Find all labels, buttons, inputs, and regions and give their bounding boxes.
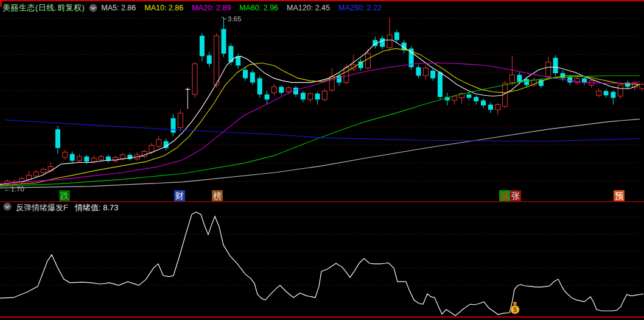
chevron-down-icon[interactable] bbox=[89, 4, 97, 12]
main-chart-plot[interactable] bbox=[0, 16, 644, 188]
ticker-item[interactable]: 预 bbox=[614, 190, 625, 201]
ma-label-ma120: MA120: 2.45 bbox=[287, 4, 330, 12]
ma-label-ma5: MA5: 2.86 bbox=[101, 4, 136, 12]
ma-line-ma60 bbox=[0, 76, 640, 186]
ma-label-ma20: MA20: 2.89 bbox=[192, 4, 231, 12]
low-price-label: ←1.70 bbox=[4, 186, 24, 193]
ticker-item[interactable]: 张 bbox=[510, 190, 521, 201]
money-bag-icon: $ bbox=[508, 301, 522, 315]
indicator-name: 反弹情绪爆发F bbox=[16, 202, 68, 213]
sentiment-line bbox=[0, 212, 643, 316]
bottom-border-line bbox=[0, 316, 644, 318]
peak-price-label: 3.65 bbox=[228, 16, 241, 23]
ma-label-ma10: MA10: 2.86 bbox=[144, 4, 183, 12]
top-border-line bbox=[0, 0, 644, 1]
svg-text:$: $ bbox=[513, 306, 517, 313]
ma-line-ma250 bbox=[5, 120, 640, 141]
ma-lines-layer bbox=[0, 40, 640, 188]
sub-gridlines bbox=[1, 217, 643, 285]
sub-chart-header: 反弹情绪爆发F 情绪值: 8.73 bbox=[0, 202, 118, 213]
ma-line-ma120 bbox=[0, 119, 640, 188]
ticker-item[interactable]: 减 bbox=[499, 190, 510, 201]
ma-label-ma60: MA60: 2.96 bbox=[239, 4, 278, 12]
ticker-item[interactable]: 榜 bbox=[212, 190, 223, 201]
stock-chart-window: 美丽生态(日线.前复权) MA5: 2.86MA10: 2.86MA20: 2.… bbox=[0, 0, 644, 320]
sub-chart-plot[interactable] bbox=[0, 212, 643, 316]
ma-label-ma250: MA250: 2.22 bbox=[338, 4, 382, 12]
ma-line-ma10 bbox=[0, 49, 640, 186]
ticker-item[interactable]: 财 bbox=[174, 190, 185, 201]
stock-title: 美丽生态(日线.前复权) bbox=[2, 2, 85, 13]
chevron-down-icon[interactable] bbox=[3, 202, 12, 213]
main-chart-header: 美丽生态(日线.前复权) MA5: 2.86MA10: 2.86MA20: 2.… bbox=[0, 2, 382, 13]
ma-legend: MA5: 2.86MA10: 2.86MA20: 2.89MA60: 2.96M… bbox=[101, 4, 382, 12]
chart-canvas bbox=[0, 0, 644, 320]
indicator-value: 情绪值: 8.73 bbox=[75, 202, 119, 213]
ticker-item[interactable]: 跌 bbox=[59, 190, 70, 201]
